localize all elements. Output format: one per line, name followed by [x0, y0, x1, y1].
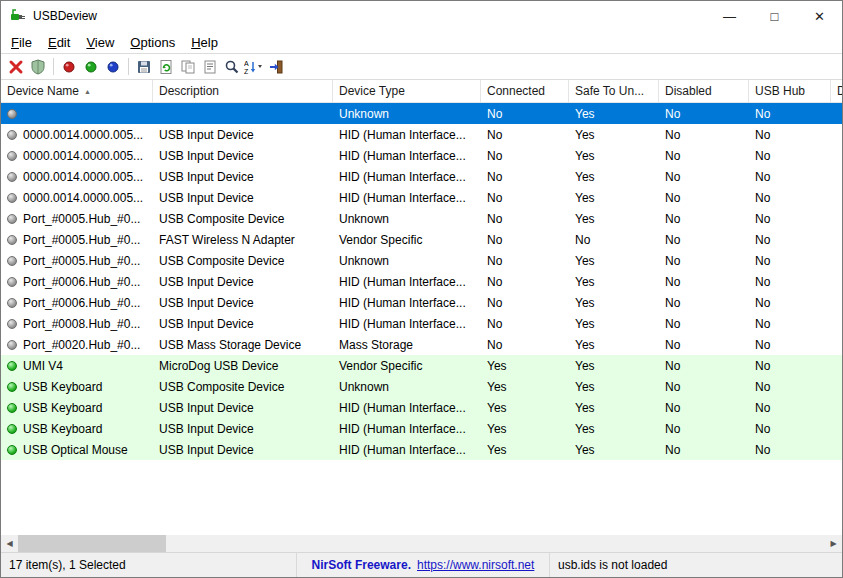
device-type-cell: Vendor Specific	[333, 355, 481, 376]
d-cell	[831, 250, 842, 271]
usb-hub-cell: No	[749, 229, 831, 250]
column-header-device-name[interactable]: Device Name▲	[1, 80, 153, 102]
device-row[interactable]: Port_#0008.Hub_#0...USB Input DeviceHID …	[1, 313, 842, 334]
d-cell	[831, 355, 842, 376]
menu-options[interactable]: Options	[122, 33, 183, 52]
device-status-icon	[7, 424, 17, 434]
device-row[interactable]: USB Optical MouseUSB Input DeviceHID (Hu…	[1, 439, 842, 460]
device-status-icon	[7, 193, 17, 203]
device-row[interactable]: Port_#0005.Hub_#0...USB Composite Device…	[1, 208, 842, 229]
device-type-cell: HID (Human Interface...	[333, 397, 481, 418]
scroll-right-icon[interactable]: ▶	[825, 535, 842, 552]
menu-view[interactable]: View	[78, 33, 122, 52]
d-cell	[831, 439, 842, 460]
usb-hub-cell: No	[749, 166, 831, 187]
green-ball-icon[interactable]	[80, 56, 102, 78]
device-row[interactable]: USB KeyboardUSB Input DeviceHID (Human I…	[1, 397, 842, 418]
device-name-text: Port_#0005.Hub_#0...	[23, 212, 140, 226]
red-ball-icon[interactable]	[58, 56, 80, 78]
d-cell	[831, 208, 842, 229]
device-name-cell: 0000.0014.0000.005...	[1, 166, 153, 187]
device-name-cell	[1, 103, 153, 124]
title-bar: USBDeview — □ ✕	[1, 1, 842, 31]
device-status-icon	[7, 319, 17, 329]
usb-hub-cell: No	[749, 418, 831, 439]
device-row[interactable]: 0000.0014.0000.005...USB Input DeviceHID…	[1, 187, 842, 208]
disabled-cell: No	[659, 208, 749, 229]
column-header-disabled[interactable]: Disabled	[659, 80, 749, 102]
usb-hub-cell: No	[749, 271, 831, 292]
sort-ascending-icon: ▲	[84, 88, 91, 95]
connected-cell: Yes	[481, 418, 569, 439]
disabled-cell: No	[659, 313, 749, 334]
menu-file[interactable]: File	[3, 33, 40, 52]
device-row[interactable]: Port_#0020.Hub_#0...USB Mass Storage Dev…	[1, 334, 842, 355]
scrollbar-track[interactable]	[18, 535, 825, 552]
disabled-cell: No	[659, 145, 749, 166]
usb-hub-cell: No	[749, 124, 831, 145]
device-name-text: Port_#0020.Hub_#0...	[23, 338, 140, 352]
device-status-icon	[7, 235, 17, 245]
find-icon[interactable]	[221, 56, 243, 78]
device-type-cell: HID (Human Interface...	[333, 271, 481, 292]
nirsoft-freeware-label: NirSoft Freeware.	[312, 558, 411, 572]
device-row[interactable]: Port_#0006.Hub_#0...USB Input DeviceHID …	[1, 292, 842, 313]
device-row[interactable]: USB KeyboardUSB Input DeviceHID (Human I…	[1, 418, 842, 439]
device-row[interactable]: UMI V4MicroDog USB DeviceVendor Specific…	[1, 355, 842, 376]
disabled-cell: No	[659, 271, 749, 292]
disabled-cell: No	[659, 103, 749, 124]
device-name-cell: Port_#0020.Hub_#0...	[1, 334, 153, 355]
properties-icon[interactable]	[199, 56, 221, 78]
column-header-description[interactable]: Description	[153, 80, 333, 102]
device-rows: UnknownNoYesNoNo0000.0014.0000.005...USB…	[1, 103, 842, 460]
disabled-cell: No	[659, 334, 749, 355]
column-header-device-type[interactable]: Device Type	[333, 80, 481, 102]
description-cell: USB Input Device	[153, 124, 333, 145]
device-name-cell: UMI V4	[1, 355, 153, 376]
minimize-button[interactable]: —	[707, 1, 752, 31]
column-header-connected[interactable]: Connected	[481, 80, 569, 102]
device-row[interactable]: Port_#0006.Hub_#0...USB Input DeviceHID …	[1, 271, 842, 292]
scrollbar-thumb[interactable]	[18, 535, 166, 552]
save-icon[interactable]	[133, 56, 155, 78]
exit-icon[interactable]	[265, 56, 287, 78]
menu-edit[interactable]: Edit	[40, 33, 78, 52]
device-row[interactable]: 0000.0014.0000.005...USB Input DeviceHID…	[1, 166, 842, 187]
scroll-left-icon[interactable]: ◀	[1, 535, 18, 552]
nirsoft-link[interactable]: https://www.nirsoft.net	[417, 558, 534, 572]
device-status-icon	[7, 445, 17, 455]
column-header-usb-hub[interactable]: USB Hub	[749, 80, 831, 102]
d-cell	[831, 229, 842, 250]
menu-help[interactable]: Help	[183, 33, 226, 52]
maximize-button[interactable]: □	[752, 1, 797, 31]
device-row[interactable]: 0000.0014.0000.005...USB Input DeviceHID…	[1, 145, 842, 166]
column-header-d[interactable]: D	[831, 80, 842, 102]
device-row[interactable]: UnknownNoYesNoNo	[1, 103, 842, 124]
device-list: Device Name▲DescriptionDevice TypeConnec…	[1, 80, 842, 552]
device-row[interactable]: 0000.0014.0000.005...USB Input DeviceHID…	[1, 124, 842, 145]
column-header-safe-to-unplug[interactable]: Safe To Un...	[569, 80, 659, 102]
device-status-icon	[7, 340, 17, 350]
copy-icon[interactable]	[177, 56, 199, 78]
device-status-icon	[7, 361, 17, 371]
refresh-icon[interactable]	[155, 56, 177, 78]
description-cell: MicroDog USB Device	[153, 355, 333, 376]
shield-icon[interactable]	[27, 56, 49, 78]
device-row[interactable]: USB KeyboardUSB Composite DeviceUnknownY…	[1, 376, 842, 397]
device-name-text: USB Optical Mouse	[23, 443, 128, 457]
horizontal-scrollbar[interactable]: ◀ ▶	[1, 535, 842, 552]
device-status-icon	[7, 382, 17, 392]
sort-icon[interactable]: AZ	[243, 56, 265, 78]
connected-cell: No	[481, 292, 569, 313]
device-name-cell: Port_#0005.Hub_#0...	[1, 229, 153, 250]
uninstall-icon[interactable]	[5, 56, 27, 78]
device-type-cell: Unknown	[333, 376, 481, 397]
d-cell	[831, 145, 842, 166]
device-status-icon	[7, 298, 17, 308]
close-button[interactable]: ✕	[797, 1, 842, 31]
disabled-cell: No	[659, 355, 749, 376]
device-row[interactable]: Port_#0005.Hub_#0...FAST Wireless N Adap…	[1, 229, 842, 250]
blue-ball-icon[interactable]	[102, 56, 124, 78]
description-cell: USB Input Device	[153, 418, 333, 439]
device-row[interactable]: Port_#0005.Hub_#0...USB Composite Device…	[1, 250, 842, 271]
